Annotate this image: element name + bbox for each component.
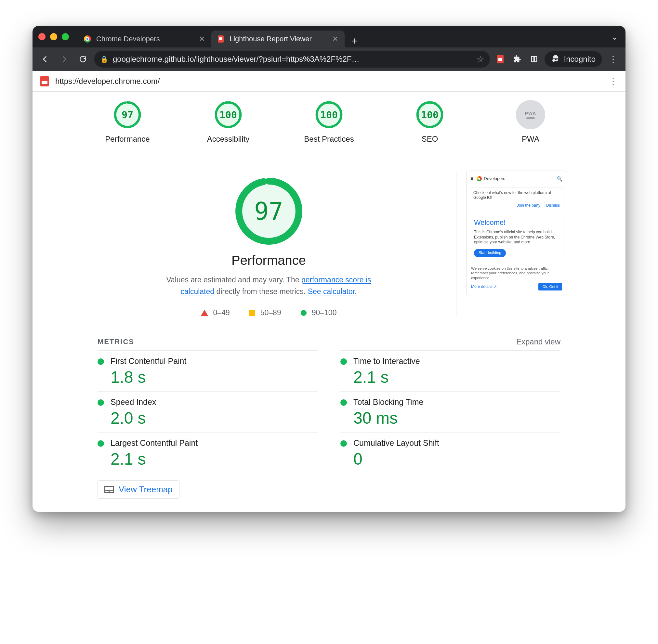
- metric-value: 1.8 s: [111, 368, 317, 387]
- tab-chrome-developers[interactable]: Chrome Developers ✕: [78, 30, 211, 47]
- metric-lcp: Largest Contentful Paint2.1 s: [97, 432, 317, 473]
- treemap-icon: [104, 486, 114, 493]
- performance-section: 97 Performance Values are estimated and …: [32, 151, 626, 330]
- score-summary: 97 Performance 100 Accessibility 100 Bes…: [32, 92, 626, 151]
- score-legend: 0–49 50–89 90–100: [201, 308, 337, 317]
- score-label: SEO: [422, 135, 438, 144]
- back-button[interactable]: [38, 52, 53, 67]
- new-tab-button[interactable]: ＋: [348, 34, 361, 47]
- close-tab-icon[interactable]: ✕: [332, 35, 338, 43]
- gauge-seo[interactable]: 100 SEO: [400, 100, 459, 144]
- gauge-accessibility[interactable]: 100 Accessibility: [199, 100, 258, 144]
- metric-name: Largest Contentful Paint: [111, 438, 317, 448]
- square-icon: [249, 310, 255, 316]
- status-pass-icon: [341, 359, 347, 365]
- metric-name: Total Blocking Time: [353, 397, 561, 407]
- tab-title: Lighthouse Report Viewer: [229, 35, 312, 43]
- metrics-grid: First Contentful Paint1.8 s Time to Inte…: [97, 350, 561, 473]
- status-pass-icon: [97, 359, 104, 365]
- welcome-button: Start building: [474, 249, 506, 257]
- metric-fcp: First Contentful Paint1.8 s: [97, 350, 317, 391]
- close-window-icon[interactable]: [38, 33, 45, 40]
- banner-link: Dismiss: [546, 203, 560, 208]
- performance-detail: 97 Performance Values are estimated and …: [91, 170, 457, 317]
- performance-desc: Values are estimated and may vary. The p…: [165, 274, 373, 297]
- reading-list-icon[interactable]: [528, 53, 541, 66]
- score-label: PWA: [522, 135, 539, 144]
- incognito-icon: [551, 54, 560, 64]
- banner-text: Check out what's new for the web platfor…: [473, 190, 551, 200]
- legend-mid: 50–89: [249, 308, 281, 317]
- page-screenshot-thumbnail: ≡ Developers 🔍 Check out what's new for …: [466, 170, 567, 295]
- score-value: 97: [113, 100, 142, 129]
- browser-menu-icon[interactable]: ⋮: [606, 54, 620, 65]
- tab-lighthouse-viewer[interactable]: Lighthouse Report Viewer ✕: [211, 30, 345, 47]
- legend-high: 90–100: [301, 308, 337, 317]
- metric-value: 0: [353, 450, 561, 468]
- reload-button[interactable]: [75, 52, 90, 67]
- desc-text: Values are estimated and may vary. The: [166, 276, 301, 284]
- gauge-best-practices[interactable]: 100 Best Practices: [300, 100, 358, 144]
- status-pass-icon: [97, 440, 104, 447]
- metric-value: 2.1 s: [353, 368, 561, 387]
- search-icon: 🔍: [556, 176, 563, 182]
- metric-value: 2.0 s: [111, 409, 317, 428]
- welcome-body: This is Chrome's official site to help y…: [474, 230, 559, 245]
- extensions-icon[interactable]: [511, 53, 524, 66]
- desc-text: directly from these metrics.: [214, 287, 308, 296]
- score-value: 100: [415, 100, 444, 129]
- expand-view-toggle[interactable]: Expand view: [516, 337, 561, 346]
- circle-icon: [301, 310, 307, 316]
- thumb-brand: Developers: [477, 176, 505, 182]
- score-label: Performance: [105, 135, 150, 144]
- incognito-label: Incognito: [564, 54, 596, 64]
- metric-name: Cumulative Layout Shift: [353, 438, 561, 448]
- tab-title: Chrome Developers: [96, 35, 160, 43]
- window-controls: [38, 33, 69, 40]
- metric-value: 2.1 s: [111, 450, 317, 468]
- legend-label: 90–100: [312, 308, 337, 317]
- bookmark-icon[interactable]: ☆: [477, 54, 484, 64]
- page-menu-icon[interactable]: ⋮: [609, 76, 618, 87]
- score-label: Best Practices: [304, 135, 354, 144]
- lighthouse-icon: [40, 76, 49, 87]
- forward-button[interactable]: [57, 52, 71, 67]
- performance-score: 97: [235, 177, 303, 245]
- metrics-section: METRICS Expand view First Contentful Pai…: [32, 330, 626, 512]
- svg-rect-1: [534, 56, 537, 62]
- view-treemap-button[interactable]: View Treemap: [97, 480, 179, 499]
- cookie-more-text: More details: [471, 284, 492, 289]
- score-value: 100: [214, 100, 243, 129]
- score-label: Accessibility: [207, 135, 250, 144]
- close-tab-icon[interactable]: ✕: [199, 35, 205, 43]
- status-pass-icon: [341, 399, 347, 406]
- triangle-icon: [201, 309, 208, 316]
- address-bar[interactable]: 🔒 googlechrome.github.io/lighthouse/view…: [94, 51, 490, 68]
- hamburger-icon: ≡: [470, 176, 473, 182]
- metric-name: First Contentful Paint: [111, 356, 317, 366]
- metrics-heading: METRICS: [97, 338, 134, 346]
- incognito-badge[interactable]: Incognito: [545, 51, 602, 67]
- status-pass-icon: [341, 440, 347, 447]
- svg-rect-0: [531, 56, 534, 62]
- legend-label: 50–89: [260, 308, 281, 317]
- metric-si: Speed Index2.0 s: [97, 391, 317, 432]
- tab-overflow-icon[interactable]: ⌄: [611, 32, 618, 42]
- fullscreen-window-icon[interactable]: [62, 33, 69, 40]
- performance-big-gauge: 97: [235, 177, 303, 245]
- banner-link: Join the party: [517, 203, 540, 208]
- cookie-ok: Ok, Got it: [539, 283, 562, 291]
- see-calculator-link[interactable]: See calculator.: [308, 287, 357, 296]
- minimize-window-icon[interactable]: [50, 33, 57, 40]
- pwa-gauge-icon: PWA: [516, 100, 545, 129]
- tested-url: https://developer.chrome.com/: [55, 77, 160, 86]
- tab-strip: Chrome Developers ✕ Lighthouse Report Vi…: [78, 26, 608, 47]
- gauge-pwa[interactable]: PWA PWA: [501, 100, 560, 144]
- legend-label: 0–49: [213, 308, 230, 317]
- welcome-title: Welcome!: [474, 218, 559, 227]
- gauge-performance[interactable]: 97 Performance: [98, 100, 157, 144]
- browser-window: Chrome Developers ✕ Lighthouse Report Vi…: [32, 26, 626, 512]
- treemap-label: View Treemap: [119, 484, 173, 495]
- lighthouse-extension-icon[interactable]: [494, 53, 507, 66]
- toolbar: 🔒 googlechrome.github.io/lighthouse/view…: [32, 47, 626, 71]
